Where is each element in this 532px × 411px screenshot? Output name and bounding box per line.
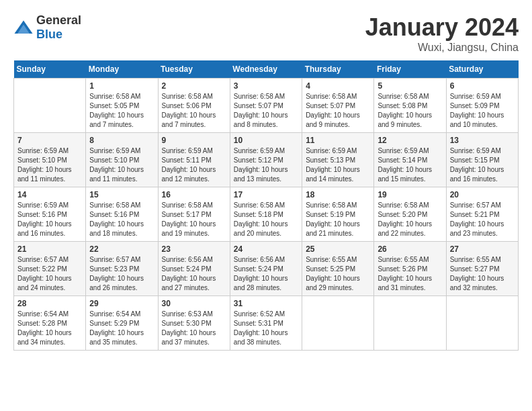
day-number: 1 [89,81,154,91]
calendar-week-row: 14Sunrise: 6:59 AMSunset: 5:16 PMDayligh… [14,187,519,242]
col-monday: Monday [86,60,158,79]
day-number: 8 [89,136,154,145]
month-title: January 2024 [365,13,519,42]
day-info: Sunrise: 6:56 AMSunset: 5:24 PMDaylight:… [162,255,226,293]
day-info: Sunrise: 6:59 AMSunset: 5:13 PMDaylight:… [306,146,370,184]
day-info: Sunrise: 6:58 AMSunset: 5:05 PMDaylight:… [89,92,154,130]
day-number: 27 [450,244,515,254]
table-row: 17Sunrise: 6:58 AMSunset: 5:18 PMDayligh… [230,187,302,242]
logo-blue: Blue [36,28,62,41]
calendar-table: Sunday Monday Tuesday Wednesday Thursday… [13,60,519,351]
day-info: Sunrise: 6:59 AMSunset: 5:09 PMDaylight:… [450,92,515,130]
day-number: 30 [162,299,226,308]
calendar-week-row: 21Sunrise: 6:57 AMSunset: 5:22 PMDayligh… [14,242,519,296]
day-number: 26 [378,244,442,254]
table-row: 6Sunrise: 6:59 AMSunset: 5:09 PMDaylight… [446,79,518,133]
table-row: 31Sunrise: 6:52 AMSunset: 5:31 PMDayligh… [230,296,302,351]
calendar-week-row: 1Sunrise: 6:58 AMSunset: 5:05 PMDaylight… [14,79,519,133]
day-info: Sunrise: 6:59 AMSunset: 5:10 PMDaylight:… [17,146,82,184]
col-friday: Friday [374,60,446,79]
col-tuesday: Tuesday [158,60,230,79]
day-number: 21 [17,244,82,254]
title-block: January 2024 Wuxi, Jiangsu, China [365,13,519,54]
day-number: 13 [450,136,515,145]
day-number: 15 [89,190,154,199]
day-number: 18 [306,190,370,199]
table-row: 28Sunrise: 6:54 AMSunset: 5:28 PMDayligh… [14,296,86,351]
day-info: Sunrise: 6:58 AMSunset: 5:06 PMDaylight:… [162,92,226,130]
table-row: 24Sunrise: 6:56 AMSunset: 5:24 PMDayligh… [230,242,302,296]
col-wednesday: Wednesday [230,60,302,79]
day-info: Sunrise: 6:59 AMSunset: 5:14 PMDaylight:… [378,146,442,184]
table-row: 8Sunrise: 6:59 AMSunset: 5:10 PMDaylight… [86,133,158,187]
calendar-week-row: 7Sunrise: 6:59 AMSunset: 5:10 PMDaylight… [14,133,519,187]
table-row: 19Sunrise: 6:58 AMSunset: 5:20 PMDayligh… [374,187,446,242]
calendar-header-row: Sunday Monday Tuesday Wednesday Thursday… [14,60,519,79]
day-info: Sunrise: 6:52 AMSunset: 5:31 PMDaylight:… [234,310,298,347]
table-row: 21Sunrise: 6:57 AMSunset: 5:22 PMDayligh… [14,242,86,296]
table-row [14,79,86,133]
table-row: 14Sunrise: 6:59 AMSunset: 5:16 PMDayligh… [14,187,86,242]
col-saturday: Saturday [446,60,518,79]
day-info: Sunrise: 6:53 AMSunset: 5:30 PMDaylight:… [162,310,226,347]
day-number: 4 [306,81,370,91]
table-row: 9Sunrise: 6:59 AMSunset: 5:11 PMDaylight… [158,133,230,187]
day-number: 25 [306,244,370,254]
day-number: 31 [234,299,298,308]
day-info: Sunrise: 6:59 AMSunset: 5:12 PMDaylight:… [234,146,298,184]
day-info: Sunrise: 6:55 AMSunset: 5:25 PMDaylight:… [306,255,370,293]
table-row: 22Sunrise: 6:57 AMSunset: 5:23 PMDayligh… [86,242,158,296]
day-info: Sunrise: 6:58 AMSunset: 5:07 PMDaylight:… [306,92,370,130]
day-number: 5 [378,81,442,91]
table-row: 1Sunrise: 6:58 AMSunset: 5:05 PMDaylight… [86,79,158,133]
table-row: 15Sunrise: 6:58 AMSunset: 5:16 PMDayligh… [86,187,158,242]
day-info: Sunrise: 6:59 AMSunset: 5:16 PMDaylight:… [17,201,82,238]
day-info: Sunrise: 6:57 AMSunset: 5:21 PMDaylight:… [450,201,515,238]
day-info: Sunrise: 6:54 AMSunset: 5:29 PMDaylight:… [89,310,154,347]
col-thursday: Thursday [302,60,374,79]
table-row: 4Sunrise: 6:58 AMSunset: 5:07 PMDaylight… [302,79,374,133]
table-row: 23Sunrise: 6:56 AMSunset: 5:24 PMDayligh… [158,242,230,296]
col-sunday: Sunday [14,60,86,79]
table-row: 29Sunrise: 6:54 AMSunset: 5:29 PMDayligh… [86,296,158,351]
table-row: 20Sunrise: 6:57 AMSunset: 5:21 PMDayligh… [446,187,518,242]
day-number: 7 [17,136,82,145]
page-header: General Blue January 2024 Wuxi, Jiangsu,… [13,13,519,54]
day-number: 19 [378,190,442,199]
table-row: 10Sunrise: 6:59 AMSunset: 5:12 PMDayligh… [230,133,302,187]
table-row: 13Sunrise: 6:59 AMSunset: 5:15 PMDayligh… [446,133,518,187]
day-info: Sunrise: 6:58 AMSunset: 5:19 PMDaylight:… [306,201,370,238]
day-number: 6 [450,81,515,91]
logo-text: General Blue [36,13,81,42]
logo: General Blue [13,13,81,42]
day-number: 22 [89,244,154,254]
day-number: 23 [162,244,226,254]
day-number: 9 [162,136,226,145]
table-row: 16Sunrise: 6:58 AMSunset: 5:17 PMDayligh… [158,187,230,242]
day-info: Sunrise: 6:58 AMSunset: 5:17 PMDaylight:… [162,201,226,238]
day-number: 20 [450,190,515,199]
table-row [446,296,518,351]
day-number: 29 [89,299,154,308]
day-number: 16 [162,190,226,199]
day-info: Sunrise: 6:59 AMSunset: 5:15 PMDaylight:… [450,146,515,184]
day-info: Sunrise: 6:58 AMSunset: 5:16 PMDaylight:… [89,201,154,238]
table-row: 11Sunrise: 6:59 AMSunset: 5:13 PMDayligh… [302,133,374,187]
table-row [302,296,374,351]
day-info: Sunrise: 6:57 AMSunset: 5:23 PMDaylight:… [89,255,154,293]
day-info: Sunrise: 6:57 AMSunset: 5:22 PMDaylight:… [17,255,82,293]
table-row: 7Sunrise: 6:59 AMSunset: 5:10 PMDaylight… [14,133,86,187]
logo-general: General [36,13,81,27]
table-row: 3Sunrise: 6:58 AMSunset: 5:07 PMDaylight… [230,79,302,133]
location: Wuxi, Jiangsu, China [365,42,519,54]
table-row: 18Sunrise: 6:58 AMSunset: 5:19 PMDayligh… [302,187,374,242]
day-info: Sunrise: 6:55 AMSunset: 5:27 PMDaylight:… [450,255,515,293]
day-number: 14 [17,190,82,199]
table-row: 27Sunrise: 6:55 AMSunset: 5:27 PMDayligh… [446,242,518,296]
table-row: 25Sunrise: 6:55 AMSunset: 5:25 PMDayligh… [302,242,374,296]
calendar-week-row: 28Sunrise: 6:54 AMSunset: 5:28 PMDayligh… [14,296,519,351]
table-row: 2Sunrise: 6:58 AMSunset: 5:06 PMDaylight… [158,79,230,133]
logo-icon [13,19,34,36]
day-info: Sunrise: 6:55 AMSunset: 5:26 PMDaylight:… [378,255,442,293]
day-number: 2 [162,81,226,91]
